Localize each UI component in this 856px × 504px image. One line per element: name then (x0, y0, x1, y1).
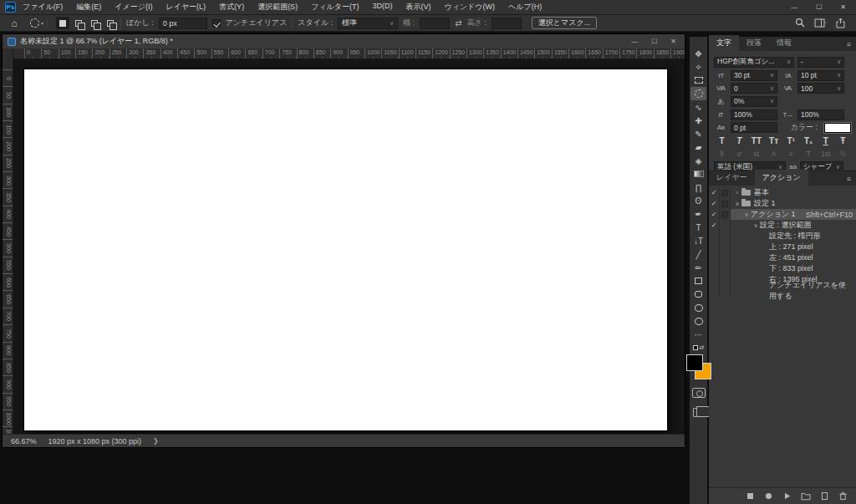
menu-item[interactable]: レイヤー(L) (166, 2, 206, 13)
action-enable-check[interactable] (709, 231, 720, 242)
vertical-scale-field[interactable]: 100% (731, 109, 777, 120)
action-row[interactable]: 下 : 833 pixel (709, 263, 856, 274)
leading-select[interactable]: 10 pt∨ (797, 70, 844, 81)
action-dialog-toggle[interactable] (720, 209, 731, 220)
action-dialog-toggle[interactable] (720, 252, 731, 263)
ellipse-tool[interactable] (690, 301, 706, 314)
home-icon[interactable]: ⌂ (7, 18, 22, 29)
new-selection-button[interactable] (56, 17, 69, 29)
stamp-tool[interactable]: ∏ (690, 181, 706, 194)
expander-icon[interactable]: ∨ (742, 211, 751, 218)
action-enable-check[interactable]: ✓ (709, 198, 720, 209)
document-title-bar[interactable]: 名称未設定 1 @ 66.7% (レイヤー 1, RGB/8) * — ☐ ✕ (3, 34, 685, 48)
tab-layers[interactable]: レイヤー (709, 170, 755, 186)
menu-item[interactable]: ヘルプ(H) (508, 2, 542, 13)
font-style-select[interactable]: -∨ (797, 57, 844, 68)
eraser-tool[interactable]: ▰ (690, 140, 706, 154)
stylistic-alt-button[interactable]: st (750, 150, 762, 158)
ellipse-marquee-tool[interactable] (690, 87, 706, 100)
feather-input[interactable] (159, 18, 207, 29)
character-panel-menu-icon[interactable]: ≡ (842, 38, 856, 51)
new-set-folder-button[interactable] (801, 491, 811, 501)
text-color-swatch[interactable] (824, 123, 851, 133)
default-colors-icon[interactable]: ⇄ (693, 344, 705, 351)
expander-icon[interactable]: ∨ (752, 222, 760, 229)
action-row[interactable]: ✓∨設定 1 (709, 198, 856, 209)
action-row[interactable]: ✓›基本 (709, 187, 856, 198)
height-input[interactable] (492, 18, 522, 29)
paint-bucket-tool[interactable]: ◈ (690, 154, 706, 167)
app-maximize-button[interactable]: ☐ (816, 3, 822, 11)
vertical-type-tool[interactable]: ↓T (690, 234, 706, 247)
baseline-shift-field[interactable]: 0 pt (731, 122, 777, 133)
superscript-button[interactable]: T¹ (785, 136, 797, 145)
kerning-select[interactable]: 0∨ (731, 83, 777, 94)
menu-item[interactable]: ファイル(F) (23, 2, 63, 13)
type-tool[interactable]: T (690, 221, 706, 234)
pencil-tool[interactable]: ✏ (690, 261, 706, 274)
circle-tool[interactable] (690, 314, 706, 328)
tsume-select[interactable]: 0%∨ (731, 96, 777, 107)
font-family-select[interactable]: HGP創英角ゴシ...∨ (714, 57, 794, 68)
record-button[interactable] (764, 491, 773, 501)
menu-item[interactable]: 選択範囲(S) (257, 2, 298, 13)
menu-item[interactable]: 編集(E) (76, 2, 101, 13)
action-enable-check[interactable] (709, 252, 720, 263)
tab-info[interactable]: 情報 (769, 35, 799, 51)
action-dialog-toggle[interactable] (720, 187, 731, 198)
menu-item[interactable]: ウィンドウ(W) (444, 2, 495, 13)
oldstyle-button[interactable]: T (802, 150, 815, 158)
ordinals-button[interactable]: 1st (819, 150, 832, 158)
tab-paragraph[interactable]: 段落 (739, 35, 769, 51)
action-enable-check[interactable] (709, 285, 720, 296)
new-action-button[interactable] (820, 491, 829, 501)
app-minimize-button[interactable]: — (791, 3, 797, 11)
rounded-rect-tool[interactable] (690, 288, 706, 301)
tab-character[interactable]: 文字 (709, 35, 739, 51)
action-row[interactable]: 上 : 271 pixel (709, 242, 856, 252)
action-row[interactable]: 設定先 : 楕円形 (709, 231, 856, 242)
workspace-switcher-icon[interactable] (814, 18, 827, 28)
expander-icon[interactable]: › (733, 190, 741, 196)
foreground-color-swatch[interactable] (686, 354, 703, 371)
action-dialog-toggle[interactable] (720, 274, 731, 285)
style-select[interactable]: 標準∨ (338, 18, 398, 29)
action-row[interactable]: ✓∨アクション 1Shft+Ctrl+F10 (709, 209, 856, 220)
play-button[interactable] (782, 491, 792, 501)
action-enable-check[interactable] (709, 263, 720, 274)
menu-item[interactable]: フィルター(T) (311, 2, 359, 13)
search-icon[interactable] (795, 18, 806, 28)
quick-selection-tool[interactable]: ✧ (690, 60, 706, 74)
subscript-button[interactable]: T₁ (802, 136, 815, 145)
action-dialog-toggle[interactable] (720, 231, 731, 242)
faux-bold-button[interactable]: T (716, 136, 728, 145)
action-dialog-toggle[interactable] (720, 198, 731, 209)
action-row[interactable]: 左 : 451 pixel (709, 252, 856, 263)
lasso-tool[interactable]: ∿ (690, 100, 706, 114)
tracking-select[interactable]: 100∨ (797, 83, 844, 94)
font-size-select[interactable]: 30 pt∨ (731, 70, 777, 81)
gradient-tool[interactable] (690, 167, 706, 181)
antialias-checkbox[interactable] (212, 19, 221, 28)
app-close-button[interactable]: ✕ (840, 3, 846, 11)
expander-icon[interactable]: ∨ (733, 201, 741, 207)
all-caps-button[interactable]: TT (750, 136, 762, 145)
move-tool[interactable]: ✥ (690, 47, 706, 60)
quick-mask-button[interactable] (692, 388, 706, 398)
underline-button[interactable]: T (819, 136, 832, 145)
doc-maximize-button[interactable]: ☐ (651, 38, 657, 45)
tool-preset-dropdown[interactable]: ▾ (27, 18, 48, 28)
menu-item[interactable]: イメージ(I) (115, 2, 152, 13)
titling-alt-button[interactable]: A (767, 150, 780, 158)
actions-panel-menu-icon[interactable]: ≡ (842, 172, 856, 186)
horizontal-ruler[interactable]: 0501001502002503003504004505005506006507… (13, 48, 685, 59)
swap-colors-icon[interactable]: ⇄ (700, 344, 705, 351)
action-enable-check[interactable] (709, 274, 720, 285)
action-enable-check[interactable]: ✓ (709, 187, 720, 198)
pasteboard[interactable] (13, 59, 685, 434)
action-row[interactable]: ✓∨設定 : 選択範囲 (709, 220, 856, 231)
intersect-selection-button[interactable] (104, 17, 117, 29)
vertical-ruler[interactable]: 0501001502002503003504004505005506006507… (3, 59, 13, 434)
menu-item[interactable]: 書式(Y) (219, 2, 244, 13)
stop-recording-button[interactable] (746, 491, 755, 501)
